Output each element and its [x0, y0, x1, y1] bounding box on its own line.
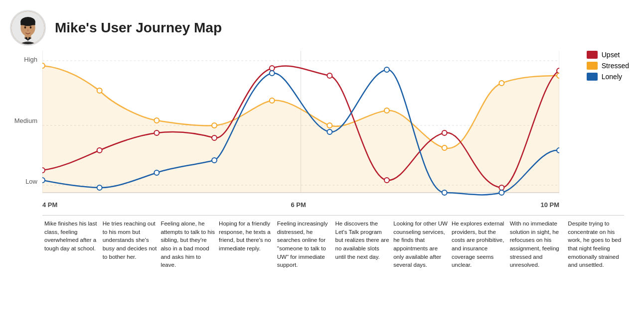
- svg-point-22: [384, 178, 389, 183]
- svg-point-17: [97, 148, 102, 153]
- y-label-high: High: [10, 56, 37, 63]
- chart-svg: [42, 51, 559, 200]
- x-label-6pm: 6 PM: [291, 201, 306, 209]
- svg-rect-5: [20, 21, 35, 25]
- svg-point-1: [15, 42, 40, 46]
- page-title: Mike's User Journey Map: [55, 20, 222, 36]
- x-label-10pm: 10 PM: [540, 201, 559, 209]
- svg-point-20: [270, 66, 275, 71]
- desc-item-3: Hoping for a friendly response, he texts…: [217, 220, 275, 269]
- svg-point-41: [327, 129, 332, 134]
- descriptions-row: Mike finishes his last class, feeling ov…: [42, 215, 624, 269]
- legend-item-upset: Upset: [587, 51, 629, 59]
- desc-item-0: Mike finishes his last class, feeling ov…: [42, 220, 101, 269]
- svg-point-7: [30, 26, 32, 29]
- avatar: [10, 10, 46, 46]
- svg-point-25: [557, 68, 559, 73]
- legend-label-upset: Upset: [602, 51, 620, 59]
- svg-point-26: [42, 63, 45, 68]
- svg-point-33: [442, 145, 447, 150]
- y-axis-labels: High Medium Low: [10, 51, 37, 190]
- svg-point-24: [499, 185, 504, 190]
- svg-point-21: [327, 73, 332, 78]
- x-label-4pm: 4 PM: [42, 201, 57, 209]
- y-label-low: Low: [10, 178, 37, 185]
- legend-label-stressed: Stressed: [602, 62, 629, 70]
- legend-color-lonely: [587, 73, 598, 81]
- svg-point-39: [212, 158, 217, 163]
- svg-point-27: [97, 88, 102, 93]
- chart-area: Upset Stressed Lonely High Medium Low: [10, 51, 629, 323]
- desc-item-4: Feeling increasingly distressed, he sear…: [275, 220, 333, 269]
- svg-point-34: [499, 81, 504, 86]
- legend-color-stressed: [587, 62, 598, 70]
- svg-point-35: [557, 73, 559, 78]
- svg-point-37: [97, 185, 102, 190]
- legend-label-lonely: Lonely: [602, 73, 622, 81]
- svg-point-29: [212, 123, 217, 128]
- svg-point-19: [212, 135, 217, 140]
- svg-point-16: [42, 168, 45, 173]
- desc-item-9: Despite trying to concentrate on his wor…: [566, 220, 624, 269]
- svg-point-40: [270, 71, 275, 76]
- svg-point-38: [154, 170, 159, 175]
- legend-item-stressed: Stressed: [587, 62, 629, 70]
- svg-point-23: [442, 130, 447, 135]
- chart-wrapper: Upset Stressed Lonely High Medium Low: [10, 51, 629, 323]
- desc-item-8: With no immediate solution in sight, he …: [508, 220, 566, 269]
- svg-point-32: [384, 108, 389, 113]
- svg-point-31: [327, 123, 332, 128]
- legend-color-upset: [587, 51, 598, 59]
- desc-item-5: He discovers the Let's Talk program but …: [333, 220, 392, 269]
- desc-item-6: Looking for other UW counseling services…: [391, 220, 450, 269]
- chart-legend: Upset Stressed Lonely: [587, 51, 629, 81]
- svg-point-36: [42, 178, 45, 183]
- page-header: Mike's User Journey Map: [10, 10, 629, 46]
- svg-point-43: [442, 190, 447, 195]
- desc-item-7: He explores external providers, but the …: [450, 220, 508, 269]
- svg-point-45: [557, 148, 559, 153]
- svg-point-28: [154, 118, 159, 123]
- y-label-medium: Medium: [10, 117, 37, 124]
- svg-point-6: [24, 26, 26, 29]
- svg-point-44: [499, 190, 504, 195]
- chart-svg-container: [42, 51, 559, 200]
- desc-item-2: Feeling alone, he attempts to talk to hi…: [159, 220, 217, 269]
- svg-point-30: [270, 98, 275, 103]
- svg-point-42: [384, 67, 389, 72]
- svg-point-18: [154, 130, 159, 135]
- legend-item-lonely: Lonely: [587, 73, 629, 81]
- desc-item-1: He tries reaching out to his mom but und…: [101, 220, 159, 269]
